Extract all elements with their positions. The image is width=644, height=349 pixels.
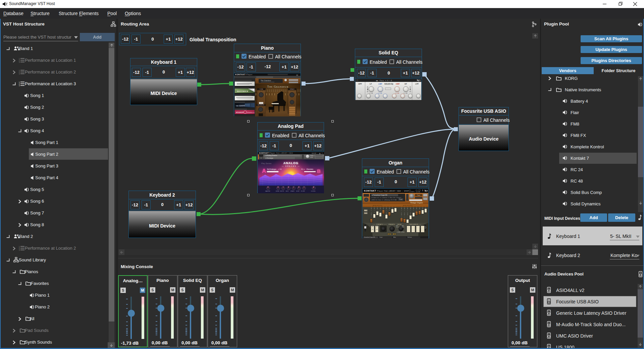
svg-text:THE GIANT: THE GIANT [236, 104, 245, 106]
svg-text:MAVERICK: MAVERICK [236, 90, 249, 92]
svg-text:3: 3 [19, 73, 20, 74]
svg-text:STRINGS PRO 2: STRINGS PRO 2 [247, 112, 255, 113]
svg-text:SESSION: SESSION [236, 111, 244, 113]
svg-text:3: 3 [19, 61, 20, 63]
svg-text:3: 3 [19, 249, 20, 251]
svg-text:3: 3 [19, 85, 20, 86]
